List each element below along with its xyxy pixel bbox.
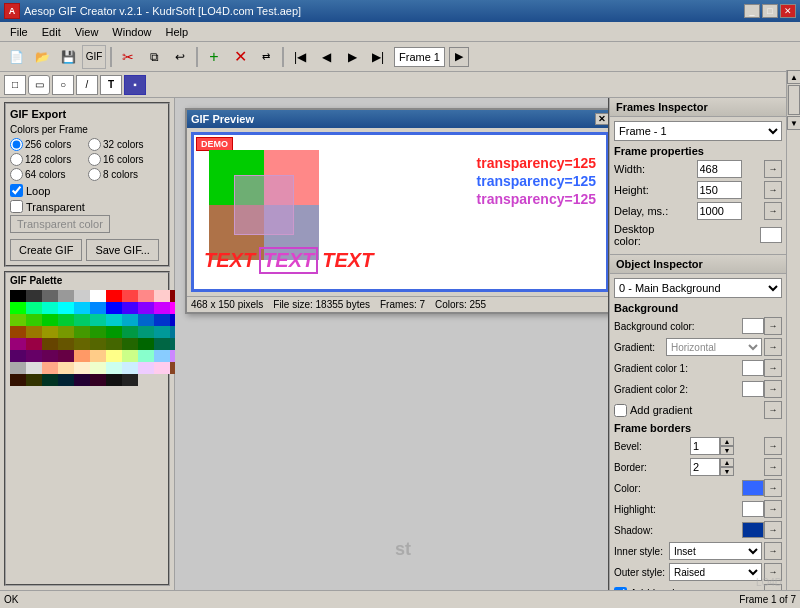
- bevel-input[interactable]: [690, 437, 720, 455]
- palette-cell[interactable]: [10, 314, 26, 326]
- bg-color-box[interactable]: [742, 318, 764, 334]
- palette-cell[interactable]: [74, 302, 90, 314]
- maximize-button[interactable]: □: [762, 4, 778, 18]
- palette-cell[interactable]: [42, 290, 58, 302]
- palette-cell[interactable]: [58, 338, 74, 350]
- palette-cell[interactable]: [26, 326, 42, 338]
- palette-cell[interactable]: [10, 362, 26, 374]
- gradient-select[interactable]: Horizontal: [666, 338, 762, 356]
- palette-cell[interactable]: [90, 350, 106, 362]
- bevel-down[interactable]: ▼: [720, 446, 734, 455]
- palette-cell[interactable]: [106, 350, 122, 362]
- palette-cell[interactable]: [138, 338, 154, 350]
- palette-cell[interactable]: [106, 374, 122, 386]
- palette-cell[interactable]: [58, 314, 74, 326]
- outer-style-select[interactable]: Raised: [669, 563, 762, 581]
- scroll-down-button[interactable]: ▼: [787, 116, 800, 130]
- color-8[interactable]: 8 colors: [88, 168, 164, 181]
- palette-cell[interactable]: [154, 362, 170, 374]
- transparent-checkbox[interactable]: [10, 200, 23, 213]
- palette-cell[interactable]: [42, 338, 58, 350]
- palette-cell[interactable]: [122, 362, 138, 374]
- border-arrow[interactable]: →: [764, 458, 782, 476]
- shape-rect[interactable]: □: [4, 75, 26, 95]
- highlight-box[interactable]: [742, 501, 764, 517]
- preview-close-button[interactable]: ✕: [595, 113, 608, 125]
- palette-cell[interactable]: [122, 290, 138, 302]
- tool-duplicate[interactable]: ⇄: [254, 45, 278, 69]
- shape-ellipse[interactable]: ○: [52, 75, 74, 95]
- palette-cell[interactable]: [90, 326, 106, 338]
- transparent-checkbox-row[interactable]: Transparent: [10, 200, 164, 213]
- inner-style-select[interactable]: Inset: [669, 542, 762, 560]
- palette-cell[interactable]: [154, 314, 170, 326]
- palette-cell[interactable]: [122, 350, 138, 362]
- color-128[interactable]: 128 colors: [10, 153, 86, 166]
- add-gradient-label[interactable]: Add gradient: [614, 404, 692, 417]
- bevel-up[interactable]: ▲: [720, 437, 734, 446]
- palette-cell[interactable]: [106, 326, 122, 338]
- shape-line[interactable]: /: [76, 75, 98, 95]
- menu-window[interactable]: Window: [106, 24, 157, 40]
- gradient-color1-box[interactable]: [742, 360, 764, 376]
- color-16[interactable]: 16 colors: [88, 153, 164, 166]
- menu-help[interactable]: Help: [159, 24, 194, 40]
- loop-checkbox[interactable]: [10, 184, 23, 197]
- palette-cell[interactable]: [154, 290, 170, 302]
- palette-cell[interactable]: [58, 350, 74, 362]
- palette-cell[interactable]: [106, 362, 122, 374]
- palette-cell[interactable]: [42, 302, 58, 314]
- create-gif-button[interactable]: Create GIF: [10, 239, 82, 261]
- palette-cell[interactable]: [138, 314, 154, 326]
- palette-cell[interactable]: [42, 350, 58, 362]
- bg-color-arrow[interactable]: →: [764, 317, 782, 335]
- palette-cell[interactable]: [10, 350, 26, 362]
- palette-cell[interactable]: [90, 290, 106, 302]
- gradient-color1-arrow[interactable]: →: [764, 359, 782, 377]
- palette-cell[interactable]: [74, 374, 90, 386]
- color-256[interactable]: 256 colors: [10, 138, 86, 151]
- palette-cell[interactable]: [26, 314, 42, 326]
- tool-delete-frame[interactable]: ✕: [228, 45, 252, 69]
- shape-rounded-rect[interactable]: ▭: [28, 75, 50, 95]
- minimize-button[interactable]: _: [744, 4, 760, 18]
- desktop-color-box[interactable]: [760, 227, 782, 243]
- palette-cell[interactable]: [154, 338, 170, 350]
- palette-cell[interactable]: [10, 338, 26, 350]
- object-select[interactable]: 0 - Main Background: [614, 278, 782, 298]
- height-arrow[interactable]: →: [764, 181, 782, 199]
- tool-last-frame[interactable]: ▶|: [366, 45, 390, 69]
- palette-cell[interactable]: [122, 302, 138, 314]
- palette-cell[interactable]: [26, 374, 42, 386]
- scroll-up-button[interactable]: ▲: [787, 70, 800, 84]
- palette-cell[interactable]: [74, 326, 90, 338]
- scroll-thumb[interactable]: [788, 85, 800, 115]
- palette-cell[interactable]: [74, 314, 90, 326]
- close-button[interactable]: ✕: [780, 4, 796, 18]
- play-button[interactable]: ▶: [449, 47, 469, 67]
- palette-cell[interactable]: [26, 290, 42, 302]
- color-32[interactable]: 32 colors: [88, 138, 164, 151]
- tool-prev-frame[interactable]: ◀: [314, 45, 338, 69]
- palette-cell[interactable]: [10, 302, 26, 314]
- palette-cell[interactable]: [90, 302, 106, 314]
- border-up[interactable]: ▲: [720, 458, 734, 467]
- delay-input[interactable]: [697, 202, 742, 220]
- palette-cell[interactable]: [58, 326, 74, 338]
- gradient-color2-box[interactable]: [742, 381, 764, 397]
- loop-checkbox-row[interactable]: Loop: [10, 184, 164, 197]
- palette-cell[interactable]: [58, 374, 74, 386]
- palette-cell[interactable]: [138, 350, 154, 362]
- shadow-box[interactable]: [742, 522, 764, 538]
- inner-style-arrow[interactable]: →: [764, 542, 782, 560]
- palette-cell[interactable]: [42, 362, 58, 374]
- palette-cell[interactable]: [42, 326, 58, 338]
- palette-cell[interactable]: [122, 374, 138, 386]
- gif-preview-window[interactable]: GIF Preview ✕ DEMO: [185, 108, 608, 314]
- palette-cell[interactable]: [106, 290, 122, 302]
- frame-select[interactable]: Frame - 1: [614, 121, 782, 141]
- tool-open[interactable]: 📂: [30, 45, 54, 69]
- palette-cell[interactable]: [74, 290, 90, 302]
- palette-cell[interactable]: [122, 314, 138, 326]
- tool-save[interactable]: 💾: [56, 45, 80, 69]
